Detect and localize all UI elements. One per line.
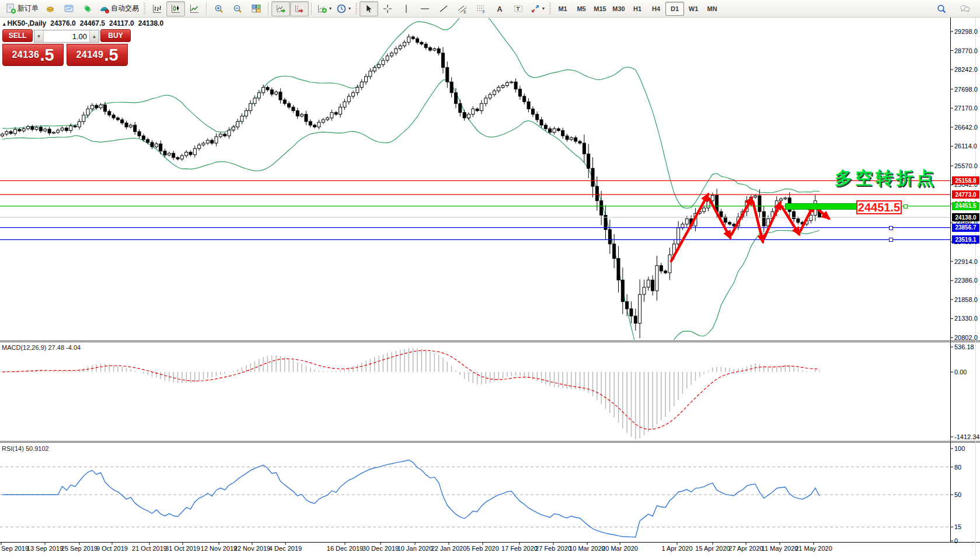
buy-price-main: 24149: [76, 50, 103, 60]
tile-windows-icon: [251, 4, 261, 14]
turning-point-annotation[interactable]: 多空转折点: [835, 166, 937, 190]
line-chart-button[interactable]: [185, 1, 204, 16]
new-order-icon: [6, 4, 16, 14]
auto-scroll-button[interactable]: [271, 1, 290, 16]
market-watch-button[interactable]: [41, 1, 60, 16]
indicators-button[interactable]: ▾: [315, 1, 334, 16]
volume-stepper: ▼ ▲: [34, 30, 99, 43]
svg-text:F: F: [483, 9, 485, 13]
price-callout-box[interactable]: 24451.5: [856, 200, 902, 214]
market-watch-icon: [45, 4, 55, 14]
volume-input[interactable]: [44, 30, 89, 42]
auto-trading-icon: [99, 4, 110, 14]
hline-icon: [420, 4, 430, 14]
new-order-button[interactable]: 新订单: [4, 1, 41, 16]
trendline-icon: [438, 4, 449, 14]
timeframe-button-H1[interactable]: H1: [628, 2, 647, 16]
toolbar-separator: [268, 2, 269, 15]
chart-shift-button[interactable]: [290, 1, 309, 16]
symbol-ohlc-line: ▴HK50-,Daily24376.024467.524117.024138.0: [3, 19, 168, 27]
equidistant-channel-button[interactable]: E: [453, 1, 472, 16]
toolbar-separator: [311, 2, 312, 15]
toolbar-grip: [549, 3, 551, 15]
zoom-in-icon: [214, 4, 224, 14]
label-icon: T: [513, 4, 524, 14]
text-label-button[interactable]: T: [509, 1, 528, 16]
news-button[interactable]: [78, 1, 97, 16]
candlestick-button[interactable]: [166, 1, 185, 16]
chart-window-button[interactable]: [60, 1, 78, 16]
search-icon: [936, 4, 947, 14]
crosshair-icon: [382, 4, 393, 14]
horizontal-line-button[interactable]: [416, 1, 434, 16]
volume-increase-button[interactable]: ▲: [89, 30, 99, 42]
timeframe-button-D1[interactable]: D1: [665, 2, 684, 16]
text-icon: A: [494, 4, 505, 14]
toolbar-right: [932, 1, 976, 16]
crosshair-button[interactable]: [378, 1, 397, 16]
buy-price-frac: .5: [104, 47, 118, 63]
periods-button[interactable]: ▾: [334, 1, 353, 16]
svg-text:E: E: [464, 9, 467, 13]
periods-icon: [336, 4, 347, 14]
auto-trading-button[interactable]: 自动交易: [97, 1, 141, 16]
cursor-button[interactable]: [360, 1, 378, 16]
timeframe-button-MN[interactable]: MN: [703, 2, 721, 16]
object-anchor-marker[interactable]: [889, 238, 893, 242]
timeframe-button-M30[interactable]: M30: [609, 2, 628, 16]
sell-price-main: 24136: [12, 50, 39, 60]
text-button[interactable]: A: [490, 1, 509, 16]
chart-window-icon: [64, 4, 74, 14]
sell-button[interactable]: SELL: [2, 29, 33, 42]
vertical-line-button[interactable]: [397, 1, 416, 16]
arrows-icon: [530, 4, 540, 14]
zoom-out-icon: [232, 4, 243, 14]
trendline-button[interactable]: [434, 1, 453, 16]
mt4-window: 新订单自动交易▾▾EFAT▾M1M5M15M30H1H4D1W1MN ▴HK50…: [0, 0, 980, 556]
buy-button[interactable]: BUY: [100, 29, 131, 42]
chart-shift-icon: [294, 4, 305, 14]
auto-scroll-icon: [275, 4, 286, 14]
news-icon: [82, 4, 93, 14]
zoom-in-button[interactable]: [210, 1, 228, 16]
new-order-button-label: 新订单: [18, 4, 39, 13]
timeframe-button-H4[interactable]: H4: [647, 2, 665, 16]
search-button[interactable]: [932, 1, 951, 16]
chevron-down-icon: ▾: [348, 6, 351, 11]
chart-svg: [0, 0, 980, 556]
object-anchor-marker[interactable]: [889, 226, 893, 230]
tile-windows-button[interactable]: [247, 1, 266, 16]
line-chart-icon: [189, 4, 200, 14]
fibonacci-button[interactable]: F: [472, 1, 490, 16]
auto-trading-button-label: 自动交易: [111, 4, 139, 13]
toolbar: 新订单自动交易▾▾EFAT▾M1M5M15M30H1H4D1W1MN: [0, 0, 980, 18]
bar-chart-button[interactable]: [148, 1, 166, 16]
cursor-icon: [364, 4, 374, 14]
indicators-icon: [317, 4, 327, 14]
channel-icon: E: [457, 4, 468, 14]
svg-text:A: A: [497, 5, 503, 13]
symbol-marker-icon: ▴: [3, 21, 6, 27]
ohlc-low: 24117.0: [109, 19, 134, 27]
timeframe-button-W1[interactable]: W1: [684, 2, 703, 16]
zoom-out-button[interactable]: [228, 1, 247, 16]
timeframe-button-M15[interactable]: M15: [591, 2, 609, 16]
toolbar-grip: [144, 3, 145, 15]
fibonacci-icon: F: [476, 4, 486, 14]
object-anchor-marker[interactable]: [904, 204, 908, 208]
volume-decrease-button[interactable]: ▼: [34, 30, 44, 42]
arrows-button[interactable]: ▾: [528, 1, 547, 16]
highlight-bar[interactable]: [785, 203, 858, 210]
toolbar-grip: [355, 3, 357, 15]
chevron-down-icon: ▾: [329, 6, 332, 11]
chevron-down-icon: ▾: [542, 6, 545, 11]
bar-chart-icon: [152, 4, 162, 14]
chat-button[interactable]: [955, 1, 974, 16]
symbol-name: HK50-,Daily: [8, 19, 47, 27]
timeframe-button-M5[interactable]: M5: [572, 2, 591, 16]
buy-price-button[interactable]: 24149 .5: [67, 44, 128, 66]
timeframe-button-M1[interactable]: M1: [553, 2, 572, 16]
candlestick-icon: [170, 4, 181, 14]
toolbar-separator: [206, 2, 207, 15]
sell-price-button[interactable]: 24136 .5: [2, 44, 64, 66]
